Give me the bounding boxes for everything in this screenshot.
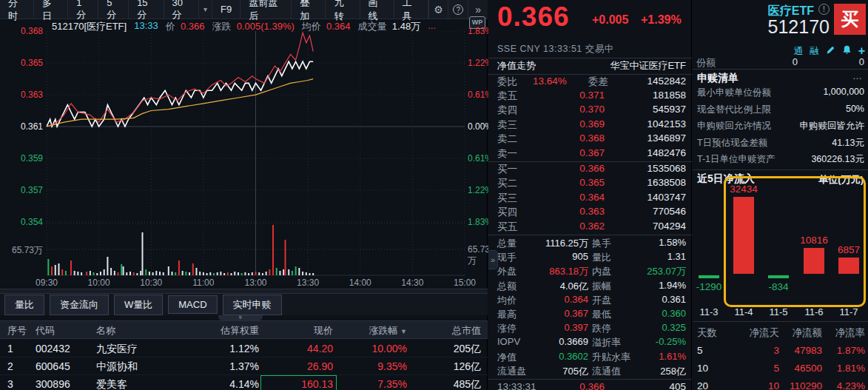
redeem-row-3: 申购赎回允许情况申购赎回皆允许: [693, 120, 868, 137]
info-icon[interactable]: !: [818, 4, 830, 15]
exchange-status: SSE CNY 13:33:51 交易中: [497, 43, 614, 56]
toolbar-item-3[interactable]: 叠加: [292, 0, 326, 19]
holdings-cell: 7.35%: [377, 375, 407, 390]
pencil-icon[interactable]: [826, 45, 835, 57]
bottom-tab-5[interactable]: 实时申赎: [223, 295, 282, 315]
flow-cell: 46500: [794, 360, 822, 377]
flow-cell: 1.81%: [837, 360, 865, 377]
weibi-row: 委比 13.64% 委差 1452842: [488, 75, 692, 90]
period-dropdown-caret-icon[interactable]: ▾: [199, 0, 212, 19]
etf-code: 512170: [768, 16, 830, 38]
holdings-cell: 002432: [36, 340, 70, 357]
bid-row-1: 买一0.3661535068: [488, 163, 692, 177]
toolbar-item-4[interactable]: 九转: [326, 0, 360, 19]
redeem-row-1: 最小申赎单位份额1,000,000: [693, 87, 868, 104]
holdings-header-5[interactable]: 现价: [314, 321, 333, 340]
flow-cell: 4.23%: [837, 377, 865, 390]
holdings-row-2[interactable]: 2600645中源协和1.37%26.909.35%126亿: [0, 357, 488, 375]
holdings-cell: 爱美客: [96, 375, 127, 390]
redeem-list-title: 申赎清单: [697, 72, 739, 85]
flow-x-label: 11-4: [727, 306, 761, 317]
holdings-header-4[interactable]: 估算权重: [221, 321, 259, 340]
holdings-row-1[interactable]: 1002432九安医疗1.12%44.2010.00%205亿: [0, 340, 488, 357]
holdings-header-7[interactable]: 总市值: [452, 321, 481, 340]
bottom-tab-2[interactable]: 资金流向: [50, 295, 109, 315]
buy-button[interactable]: 买: [834, 4, 866, 35]
header-overflow-ellipsis[interactable]: ...: [428, 20, 436, 32]
holdings-cell: 26.90: [307, 357, 333, 375]
toolbar-item-6[interactable]: 工具: [394, 0, 428, 19]
flow-cell: 5: [773, 360, 779, 377]
redeem-more-ellipsis[interactable]: …: [852, 70, 862, 81]
price-change: +0.005: [592, 13, 628, 27]
holdings-cell: 10.00%: [372, 340, 407, 357]
bottom-tab-bar: 量比资金流向W量比MACD实时申赎: [0, 294, 488, 315]
holdings-header-6[interactable]: 涨跌幅 ▼: [369, 321, 407, 340]
flow-highlight-box: [724, 176, 866, 307]
tick-volume: 405: [669, 381, 686, 390]
period-tab-4[interactable]: 5分: [98, 0, 129, 19]
period-tab-1[interactable]: 分时: [0, 0, 34, 19]
toolbar-item-5[interactable]: 画线: [360, 0, 394, 19]
period-tab-3[interactable]: 1分: [68, 0, 98, 19]
holdings-cell: 600645: [36, 357, 70, 375]
flow-cell: 47983: [794, 342, 822, 360]
collapse-chevron-icon[interactable]: »: [218, 315, 263, 320]
holdings-cell: 300896: [36, 375, 70, 390]
chart-toolbar: 分时多日1分5分15分30分▾F9盘前盘后叠加九转画线工具⚙?»: [0, 0, 488, 19]
weicha-label: 委差: [588, 75, 608, 89]
x-axis-time-label: 14:00: [342, 278, 379, 288]
x-axis-time-label: 13:30: [289, 278, 326, 288]
bid-row-4: 买四0.363770546: [488, 206, 692, 220]
redeem-row-2: 现金替代比例上限50%: [693, 104, 868, 121]
toolbar-item-1[interactable]: F9: [212, 0, 240, 19]
holdings-header-3[interactable]: 名称: [96, 321, 115, 340]
weibi-value: 13.64%: [533, 75, 567, 87]
chart-panel: 分时多日1分5分15分30分▾F9盘前盘后叠加九转画线工具⚙?» 512170[…: [0, 0, 488, 390]
bottom-tab-3[interactable]: W量比: [114, 295, 163, 315]
tick-time: 13:33:31: [497, 381, 536, 390]
nav-trend-row[interactable]: 净值走势 华宝中证医疗ETF: [488, 59, 692, 74]
holdings-header-1[interactable]: 序号: [7, 321, 27, 340]
y-axis-price-label: 0.363: [0, 90, 43, 100]
stat-row-1: 总量1116.25万换手1.58%: [488, 237, 692, 251]
y-axis-price-label: 0.359: [0, 153, 43, 164]
stat-row-9: 净值0.3602升贴水率1.61%: [488, 351, 692, 365]
horizontal-splitter[interactable]: [0, 289, 488, 294]
help-icon[interactable]: ?: [448, 0, 468, 19]
holdings-table-header: 序号代码名称估算权重现价涨跌幅 ▼总市值: [0, 320, 488, 339]
nav-trend-link[interactable]: 净值走势: [497, 59, 536, 73]
flow-header-2: 净流天: [750, 324, 780, 342]
holdings-header-2[interactable]: 代码: [36, 321, 55, 340]
ask-row-2: 卖四0.370545937: [488, 104, 692, 118]
weibi-label: 委比: [497, 75, 517, 89]
period-tab-6[interactable]: 30分: [164, 0, 199, 19]
margin-tong-icon[interactable]: 通: [794, 45, 804, 58]
volume-label: 成交量: [358, 21, 387, 32]
panel-collapse-handle[interactable]: »: [488, 250, 498, 269]
redeem-row-4: T日预估现金差额41.13元: [693, 137, 868, 154]
sort-desc-icon[interactable]: ▼: [400, 328, 407, 335]
bottom-tab-4[interactable]: MACD: [168, 295, 217, 314]
quote-panel: 0.366 +0.005 +1.39% SSE CNY 13:33:51 交易中…: [488, 0, 692, 390]
flow-cell: 10: [697, 360, 708, 377]
period-tab-5[interactable]: 15分: [129, 0, 164, 19]
holdings-cell: 126亿: [454, 357, 481, 375]
period-tab-2[interactable]: 多日: [34, 0, 68, 19]
flow-cell: 1.87%: [837, 342, 865, 360]
x-axis-time-label: 15:00: [446, 278, 483, 288]
margin-rong-icon[interactable]: 融: [810, 45, 819, 58]
vol-axis-label-right: 65.73万: [468, 244, 490, 267]
bottom-tab-1[interactable]: 量比: [4, 295, 44, 315]
holdings-cell: 中源协和: [96, 357, 138, 375]
holdings-cell: 1: [7, 340, 13, 357]
y-axis-price-label: 0.354: [0, 217, 43, 227]
ask-row-1: 卖五0.371181858: [488, 90, 692, 104]
toolbar-item-2[interactable]: 盘前盘后: [240, 0, 292, 19]
intraday-chart[interactable]: 0.3680.3650.3630.3610.3590.3570.3541.83%…: [0, 31, 488, 289]
settings-gear-icon[interactable]: ⚙: [428, 0, 448, 19]
volume-value: 1.48万: [392, 21, 420, 32]
bell-icon[interactable]: [842, 45, 852, 57]
flow-header-1: 天数: [697, 324, 717, 342]
holdings-row-3[interactable]: 3300896爱美客4.14%160.137.35%485亿: [0, 375, 488, 390]
